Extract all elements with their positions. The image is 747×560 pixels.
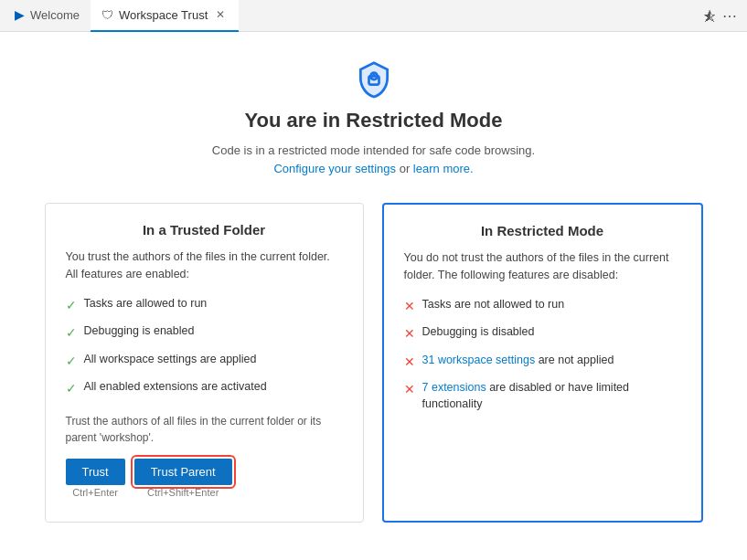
configure-settings-link[interactable]: Configure your settings <box>273 162 396 175</box>
trusted-folder-card: In a Trusted Folder You trust the author… <box>45 203 364 523</box>
tab-bar: ▶ Welcome 🛡 Workspace Trust ✕ ⯪ ⋯ <box>0 0 747 32</box>
learn-more-link[interactable]: learn more. <box>413 162 474 175</box>
trusted-feature-list: ✓ Tasks are allowed to run ✓ Debugging i… <box>66 296 343 398</box>
extensions-link[interactable]: 7 extensions <box>422 381 486 394</box>
restricted-feature-list: ✕ Tasks are not allowed to run ✕ Debuggi… <box>404 297 681 413</box>
restricted-mode-icon-wrap <box>212 59 535 100</box>
check-icon: ✓ <box>66 324 77 343</box>
feature-text-extensions: 7 extensions are disabled or have limite… <box>422 380 681 412</box>
workspace-trust-tab-icon: 🛡 <box>101 8 113 22</box>
list-item: ✓ Debugging is enabled <box>66 323 343 343</box>
check-icon: ✓ <box>66 380 77 398</box>
feature-text: All workspace settings are applied <box>84 352 257 368</box>
cards-row: In a Trusted Folder You trust the author… <box>45 203 703 523</box>
x-icon: ✕ <box>404 325 415 343</box>
restricted-card-title: In Restricted Mode <box>404 223 681 238</box>
workspace-trust-tab-label: Workspace Trust <box>119 8 208 22</box>
restricted-mode-card: In Restricted Mode You do not trust the … <box>382 203 703 523</box>
tab-bar-actions: ⯪ ⋯ <box>703 7 743 25</box>
check-icon: ✓ <box>66 297 77 315</box>
trust-message: Trust the authors of all files in the cu… <box>66 413 343 446</box>
feature-text: Debugging is disabled <box>422 324 535 341</box>
feature-text: Debugging is enabled <box>84 323 195 340</box>
welcome-tab-label: Welcome <box>30 8 80 22</box>
feature-text: Tasks are allowed to run <box>84 296 208 312</box>
x-icon: ✕ <box>404 354 415 372</box>
header-section: You are in Restricted Mode Code is in a … <box>212 59 535 177</box>
workspace-settings-after: are not applied <box>535 354 614 366</box>
shield-lock-icon <box>354 59 394 100</box>
split-editor-icon[interactable]: ⯪ <box>703 8 717 24</box>
main-content: You are in Restricted Mode Code is in a … <box>0 32 747 560</box>
list-item: ✕ Debugging is disabled <box>404 324 681 343</box>
welcome-tab-icon: ▶ <box>15 7 25 22</box>
more-actions-icon[interactable]: ⋯ <box>722 7 736 25</box>
feature-text: Tasks are not allowed to run <box>422 297 565 313</box>
trust-button[interactable]: Trust <box>66 459 125 485</box>
trust-parent-btn-group: Trust Parent Ctrl+Shift+Enter <box>134 459 232 498</box>
trust-parent-shortcut: Ctrl+Shift+Enter <box>147 487 219 498</box>
button-row: Trust Ctrl+Enter Trust Parent Ctrl+Shift… <box>66 459 343 498</box>
list-item: ✓ All workspace settings are applied <box>66 352 343 371</box>
header-subtitle: Code is in a restricted mode intended fo… <box>212 142 535 177</box>
check-icon: ✓ <box>66 353 77 371</box>
trusted-card-title: In a Trusted Folder <box>66 222 343 238</box>
x-icon: ✕ <box>404 381 415 399</box>
list-item: ✕ 7 extensions are disabled or have limi… <box>404 380 681 412</box>
subtitle-line1: Code is in a restricted mode intended fo… <box>212 143 535 157</box>
feature-text-workspace: 31 workspace settings are not applied <box>422 353 614 369</box>
feature-text: All enabled extensions are activated <box>84 379 267 396</box>
tab-close-button[interactable]: ✕ <box>213 7 228 22</box>
trust-shortcut: Ctrl+Enter <box>72 487 118 498</box>
tab-workspace-trust[interactable]: 🛡 Workspace Trust ✕ <box>91 0 239 32</box>
restricted-card-description: You do not trust the authors of the file… <box>404 249 681 284</box>
or-text: or <box>396 162 413 175</box>
x-icon: ✕ <box>404 298 415 316</box>
list-item: ✕ 31 workspace settings are not applied <box>404 353 681 372</box>
trust-btn-group: Trust Ctrl+Enter <box>66 459 125 498</box>
trust-parent-button[interactable]: Trust Parent <box>134 459 232 485</box>
list-item: ✓ Tasks are allowed to run <box>66 296 343 315</box>
tab-welcome[interactable]: ▶ Welcome <box>4 0 91 32</box>
list-item: ✕ Tasks are not allowed to run <box>404 297 681 316</box>
list-item: ✓ All enabled extensions are activated <box>66 379 343 398</box>
trusted-card-description: You trust the authors of the files in th… <box>66 248 343 283</box>
workspace-settings-link[interactable]: 31 workspace settings <box>422 354 536 366</box>
header-title: You are in Restricted Mode <box>212 109 535 132</box>
